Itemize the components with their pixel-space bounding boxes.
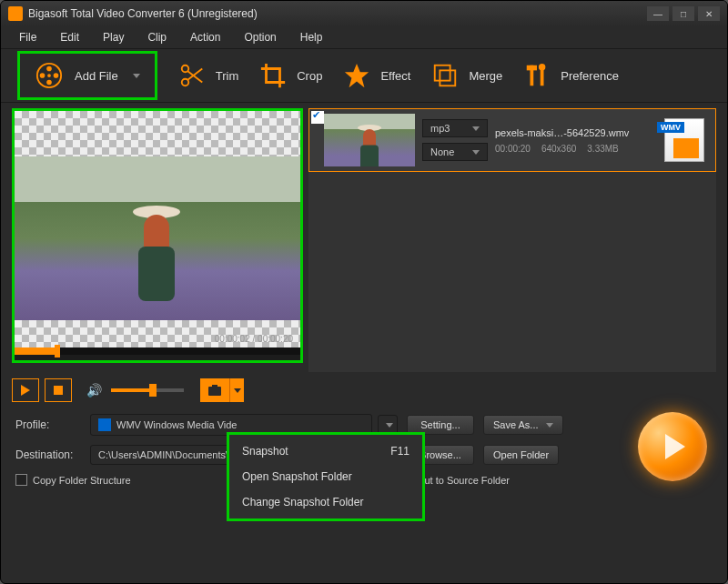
svg-rect-14 <box>541 69 544 86</box>
titlebar: Bigasoft Total Video Converter 6 (Unregi… <box>1 1 727 26</box>
format-dropdown[interactable]: mp3 <box>422 119 488 137</box>
svg-rect-16 <box>54 386 63 395</box>
snapshot-context-menu: Snapshot F11 Open Snapshot Folder Change… <box>227 432 425 521</box>
convert-button[interactable] <box>638 412 707 481</box>
add-file-button[interactable]: Add File <box>17 51 157 100</box>
svg-rect-11 <box>440 70 456 86</box>
window-title: Bigasoft Total Video Converter 6 (Unregi… <box>28 7 647 20</box>
menu-action[interactable]: Action <box>179 28 231 46</box>
preview-timecode: 00:00:02 / 00:00:20 <box>215 334 293 344</box>
svg-rect-10 <box>435 65 450 81</box>
menu-edit[interactable]: Edit <box>49 28 90 46</box>
svg-point-2 <box>54 73 59 78</box>
play-button[interactable] <box>12 378 39 402</box>
ctx-snapshot[interactable]: Snapshot F11 <box>229 438 422 464</box>
file-resolution: 640x360 <box>541 144 576 154</box>
file-list: mp3 None pexels-maksi…-5642529.wmv 00:00… <box>308 108 716 372</box>
snapshot-dropdown-button[interactable] <box>229 378 244 402</box>
preview-panel: 00:00:02 / 00:00:20 <box>12 108 303 363</box>
copy-structure-checkbox[interactable] <box>15 474 27 486</box>
menu-play[interactable]: Play <box>92 28 135 46</box>
star-icon <box>342 61 371 90</box>
merge-button[interactable]: Merge <box>430 61 502 90</box>
scissors-icon <box>177 61 207 90</box>
svg-point-15 <box>539 64 546 71</box>
save-as-button[interactable]: Save As... <box>483 415 563 435</box>
effect-button[interactable]: Effect <box>342 61 410 90</box>
svg-point-1 <box>46 66 52 72</box>
svg-rect-13 <box>527 65 537 71</box>
ctx-snapshot-shortcut: F11 <box>390 445 410 458</box>
menu-option[interactable]: Option <box>233 28 287 46</box>
svg-point-5 <box>47 74 51 77</box>
crop-button[interactable]: Crop <box>258 61 322 90</box>
snapshot-button[interactable] <box>200 378 229 402</box>
secondary-dropdown[interactable]: None <box>422 143 488 161</box>
preference-button[interactable]: Preference <box>522 61 619 90</box>
profile-label: Profile: <box>15 418 81 431</box>
wmv-icon <box>98 418 111 431</box>
minimize-button[interactable]: — <box>647 6 669 21</box>
chevron-down-icon <box>133 74 140 78</box>
menubar: File Edit Play Clip Action Option Help <box>1 26 727 48</box>
menu-help[interactable]: Help <box>289 28 334 46</box>
svg-line-9 <box>187 69 202 80</box>
player-controls: 🔊 <box>1 376 727 405</box>
merge-label: Merge <box>469 69 502 83</box>
preference-label: Preference <box>561 69 619 83</box>
app-window: Bigasoft Total Video Converter 6 (Unregi… <box>0 0 728 584</box>
destination-label: Destination: <box>15 448 81 461</box>
volume-icon[interactable]: 🔊 <box>86 383 102 398</box>
ctx-change-snapshot-folder[interactable]: Change Snapshot Folder <box>229 489 422 515</box>
menu-file[interactable]: File <box>8 28 47 46</box>
file-checkbox[interactable] <box>311 111 324 124</box>
toolbar: Add File Trim Crop Effect Merge <box>1 48 727 103</box>
preview-image[interactable] <box>15 156 300 320</box>
preview-letterbox-bottom: 00:00:02 / 00:00:20 <box>15 320 300 347</box>
file-row[interactable]: mp3 None pexels-maksi…-5642529.wmv 00:00… <box>308 108 716 172</box>
copy-structure-label: Copy Folder Structure <box>33 475 131 486</box>
stop-button[interactable] <box>45 378 72 402</box>
merge-icon <box>430 61 460 90</box>
svg-rect-19 <box>212 385 217 388</box>
file-thumbnail <box>324 114 415 166</box>
svg-point-4 <box>40 73 46 78</box>
file-size: 3.33MB <box>587 144 618 154</box>
trim-button[interactable]: Trim <box>177 61 239 90</box>
open-folder-button[interactable]: Open Folder <box>483 445 559 465</box>
ctx-open-snapshot-folder[interactable]: Open Snapshot Folder <box>229 464 422 489</box>
crop-label: Crop <box>297 69 322 83</box>
menu-clip[interactable]: Clip <box>136 28 177 46</box>
effect-label: Effect <box>380 69 410 83</box>
crop-icon <box>258 61 288 90</box>
svg-point-6 <box>181 79 188 86</box>
volume-slider[interactable] <box>111 388 184 392</box>
file-name: pexels-maksi…-5642529.wmv <box>495 127 629 138</box>
trim-label: Trim <box>216 69 239 83</box>
maximize-button[interactable]: □ <box>672 6 694 21</box>
seek-bar[interactable] <box>15 347 300 355</box>
preview-letterbox-top <box>15 111 300 156</box>
svg-line-8 <box>187 71 202 82</box>
tools-icon <box>522 61 551 90</box>
film-reel-icon <box>35 61 64 90</box>
app-logo-icon <box>8 6 23 21</box>
file-type-icon: WMV <box>657 118 704 162</box>
svg-point-3 <box>46 80 52 86</box>
close-button[interactable]: ✕ <box>698 6 720 21</box>
file-duration: 00:00:20 <box>495 144 531 154</box>
svg-point-7 <box>181 65 188 73</box>
add-file-label: Add File <box>75 69 118 83</box>
